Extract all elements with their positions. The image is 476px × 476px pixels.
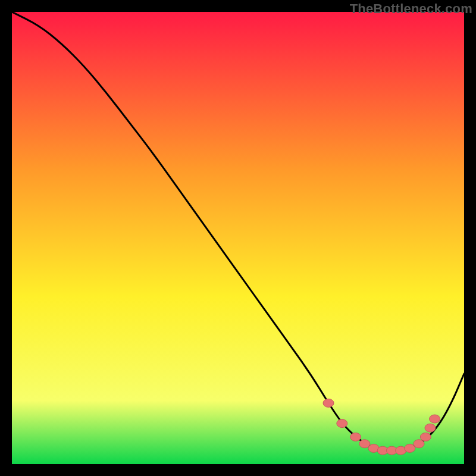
data-dot (425, 424, 436, 432)
data-dot (337, 419, 347, 428)
chart-frame: TheBottleneck.com (0, 0, 476, 476)
data-dot (405, 444, 415, 452)
data-dot (359, 440, 370, 448)
data-dot (323, 399, 334, 407)
data-dot (414, 440, 424, 448)
data-dot (420, 433, 431, 441)
chart-svg (12, 12, 464, 464)
plot-area (12, 12, 464, 464)
data-dot (350, 433, 361, 441)
watermark-text: TheBottleneck.com (350, 1, 472, 17)
data-dot (430, 415, 440, 423)
gradient-bg (12, 12, 464, 464)
